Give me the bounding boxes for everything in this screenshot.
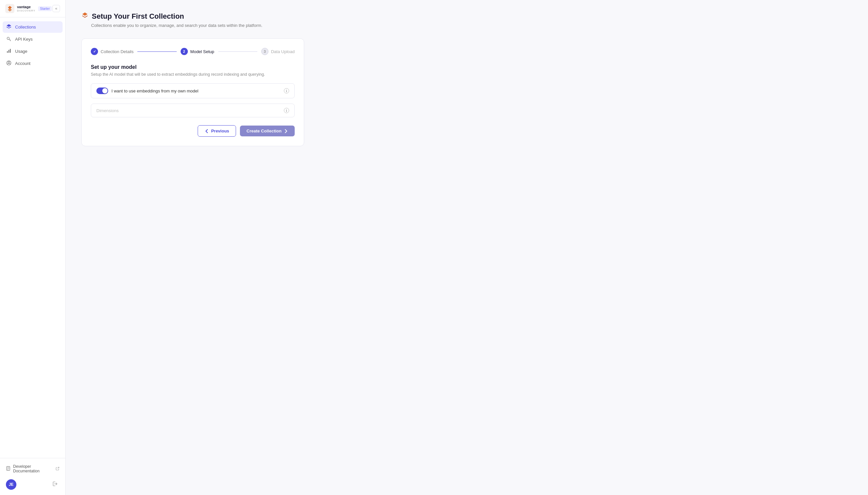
sidebar-item-label-api-keys: API Keys: [15, 37, 32, 41]
step-data-upload: 3 Data Upload: [261, 48, 295, 55]
avatar: JE: [6, 479, 16, 490]
sidebar-header: vantage DISCOVERY Starter «: [0, 0, 65, 17]
main-content: Setup Your First Collection Collections …: [66, 0, 868, 495]
sidebar-footer: Developer Documentation JE: [0, 458, 65, 495]
logout-button[interactable]: [51, 480, 59, 490]
dev-docs-label: Developer Documentation: [13, 464, 53, 473]
step-collection-details: ✓ Collection Details: [91, 48, 134, 55]
logo-sub: DISCOVERY: [17, 9, 35, 12]
connector-1-2: [137, 51, 176, 52]
svg-point-5: [7, 37, 10, 40]
footer-bottom-bar: JE: [3, 478, 62, 491]
toggle-label: I want to use embeddings from my own mod…: [111, 88, 198, 93]
step3-circle: 3: [261, 48, 268, 55]
page-title-icon: [81, 12, 88, 21]
previous-button[interactable]: Previous: [198, 125, 236, 137]
step2-circle: 2: [180, 48, 188, 55]
sidebar-item-account[interactable]: Account: [3, 58, 63, 69]
developer-documentation-link[interactable]: Developer Documentation: [3, 462, 62, 475]
svg-point-12: [8, 62, 10, 63]
page-subtitle: Collections enable you to organize, mana…: [91, 23, 852, 28]
sidebar: vantage DISCOVERY Starter « Collections …: [0, 0, 66, 495]
sidebar-item-label-account: Account: [15, 61, 31, 66]
sidebar-item-api-keys[interactable]: API Keys: [3, 33, 63, 45]
logo-text-area: vantage DISCOVERY: [17, 5, 35, 12]
svg-rect-9: [8, 50, 10, 53]
external-link-icon: [56, 467, 59, 471]
layers-icon: [6, 24, 12, 30]
dimensions-info-icon[interactable]: ℹ: [284, 108, 289, 113]
button-row: Previous Create Collection: [91, 125, 295, 137]
logo-icon: [5, 4, 14, 13]
logo-brand: vantage: [17, 5, 35, 9]
sidebar-item-usage[interactable]: Usage: [3, 46, 63, 57]
sidebar-item-collections[interactable]: Collections: [3, 21, 63, 33]
form-section-title: Set up your model: [91, 64, 295, 70]
embeddings-toggle[interactable]: [97, 87, 108, 94]
stepper: ✓ Collection Details 2 Model Setup 3 Dat…: [91, 48, 295, 55]
step1-label: Collection Details: [101, 49, 134, 54]
step2-label: Model Setup: [190, 49, 214, 54]
logo-area: vantage DISCOVERY Starter: [5, 4, 52, 13]
svg-marker-4: [6, 24, 11, 27]
sidebar-item-label-usage: Usage: [15, 49, 28, 54]
collapse-sidebar-button[interactable]: «: [52, 5, 60, 12]
sidebar-item-label-collections: Collections: [15, 24, 36, 30]
create-collection-button[interactable]: Create Collection: [240, 125, 295, 136]
dimensions-input-row[interactable]: Dimensions ℹ: [91, 104, 295, 117]
arrow-left-icon: [205, 129, 209, 133]
setup-card: ✓ Collection Details 2 Model Setup 3 Dat…: [81, 38, 304, 146]
svg-rect-8: [7, 51, 8, 53]
page-header: Setup Your First Collection Collections …: [81, 12, 852, 28]
user-circle-icon: [6, 60, 12, 67]
svg-line-7: [10, 40, 11, 40]
toggle-info-icon[interactable]: ℹ: [284, 88, 289, 93]
svg-rect-10: [10, 49, 11, 53]
toggle-left: I want to use embeddings from my own mod…: [97, 87, 198, 94]
connector-2-3: [218, 51, 257, 52]
step3-label: Data Upload: [271, 49, 295, 54]
doc-icon: [6, 466, 11, 472]
page-title: Setup Your First Collection: [81, 12, 852, 21]
step1-circle: ✓: [91, 48, 98, 55]
form-section-desc: Setup the AI model that will be used to …: [91, 72, 295, 77]
toggle-row: I want to use embeddings from my own mod…: [91, 83, 295, 98]
starter-badge: Starter: [38, 6, 52, 11]
key-icon: [6, 36, 12, 42]
chart-icon: [6, 48, 12, 54]
step-model-setup: 2 Model Setup: [180, 48, 214, 55]
arrow-right-icon: [283, 129, 288, 133]
dimensions-placeholder: Dimensions: [97, 108, 119, 113]
toggle-thumb: [102, 88, 107, 93]
sidebar-nav: Collections API Keys Usage Account: [0, 17, 65, 458]
svg-marker-17: [82, 13, 88, 16]
